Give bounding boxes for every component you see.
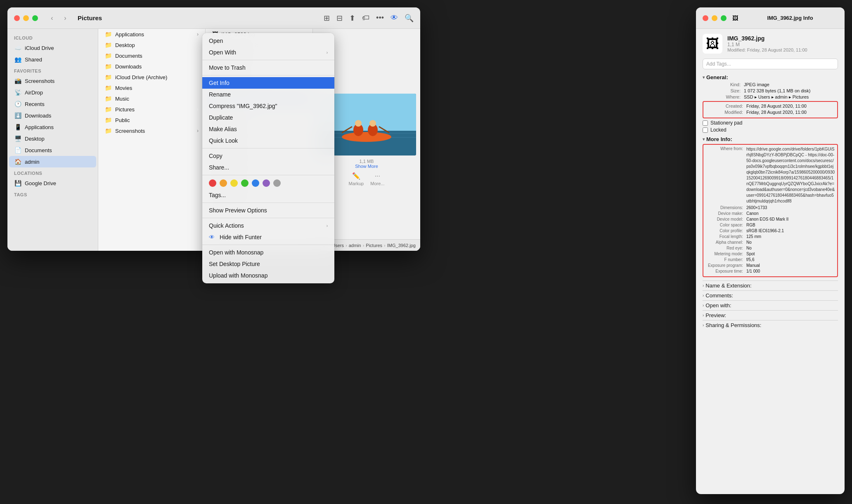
share-icon[interactable]: ⬆	[349, 14, 355, 23]
locked-checkbox[interactable]	[703, 127, 708, 133]
open-with-disclosure[interactable]: › Open with:	[703, 300, 838, 310]
more-icon[interactable]: •••	[376, 14, 384, 22]
markup-action[interactable]: ✏️ Markup	[349, 172, 364, 186]
menu-quick-actions[interactable]: Quick Actions ›	[202, 220, 334, 231]
menu-share[interactable]: Share...	[202, 162, 334, 173]
folder-icloud-archive[interactable]: 📁 iCloud Drive (Archive)	[100, 72, 204, 82]
maximize-button[interactable]	[32, 15, 38, 21]
tag-color-yellow[interactable]	[230, 179, 238, 187]
sidebar-item-google-drive[interactable]: 💾 Google Drive	[9, 177, 96, 189]
more-info-section-header[interactable]: ▾ More Info:	[703, 136, 838, 142]
comments-disclosure[interactable]: › Comments:	[703, 290, 838, 300]
alpha-channel-row: Alpha channel: No	[705, 240, 835, 245]
name-extension-disclosure[interactable]: › Name & Extension:	[703, 280, 838, 290]
info-minimize-button[interactable]	[712, 15, 717, 21]
close-button[interactable]	[14, 15, 20, 21]
sidebar-item-documents[interactable]: 📄 Documents	[9, 144, 96, 156]
menu-make-alias[interactable]: Make Alias	[202, 123, 334, 135]
sharing-disclosure[interactable]: › Sharing & Permissions:	[703, 320, 838, 330]
folder-downloads[interactable]: 📁 Downloads	[100, 61, 204, 72]
menu-open-with[interactable]: Open With ›	[202, 47, 334, 58]
tag-color-green[interactable]	[241, 179, 248, 187]
sidebar-item-desktop[interactable]: 🖥️ Desktop	[9, 133, 96, 144]
dimensions-value: 2600×1733	[746, 205, 835, 210]
folder-applications[interactable]: 📁 Applications ›	[100, 29, 204, 40]
tag-icon[interactable]: 🏷	[362, 14, 369, 22]
folder-music[interactable]: 📁 Music	[100, 93, 204, 104]
name-ext-arrow: ›	[703, 283, 704, 288]
tag-color-red[interactable]	[209, 179, 216, 187]
folder-public[interactable]: 📁 Public	[100, 115, 204, 125]
red-eye-label: Red eye:	[705, 246, 746, 250]
menu-hide-funter[interactable]: 👁 Hide with Funter	[202, 231, 334, 243]
menu-duplicate[interactable]: Duplicate	[202, 112, 334, 123]
sidebar-item-admin[interactable]: 🏠 admin	[9, 156, 96, 167]
tag-color-orange[interactable]	[220, 179, 227, 187]
sidebar-item-shared[interactable]: 👥 Shared	[9, 54, 96, 65]
menu-get-info[interactable]: Get Info	[202, 77, 334, 89]
minimize-button[interactable]	[23, 15, 29, 21]
tag-color-purple[interactable]	[263, 179, 270, 187]
folder-documents[interactable]: 📁 Documents	[100, 50, 204, 61]
recents-icon: 🕐	[14, 100, 21, 108]
folder-icon: 📁	[105, 63, 112, 70]
view-options-icon[interactable]: ⊞	[324, 14, 330, 23]
menu-sep5	[202, 203, 334, 203]
funter-icon: 👁	[209, 234, 215, 240]
sidebar-airdrop-label: AirDrop	[25, 89, 43, 96]
folder-pictures[interactable]: 📁 Pictures ›	[100, 104, 204, 115]
folder-desktop[interactable]: 📁 Desktop	[100, 40, 204, 50]
more-action[interactable]: ··· More...	[370, 172, 384, 186]
menu-move-trash[interactable]: Move to Trash	[202, 62, 334, 73]
menu-copy[interactable]: Copy	[202, 150, 334, 162]
menu-open[interactable]: Open	[202, 35, 334, 47]
folder-screenshots[interactable]: 📁 Screenshots ›	[100, 125, 204, 136]
stationery-pad-checkbox[interactable]	[703, 120, 708, 126]
breadcrumb-sep3: ›	[363, 243, 364, 248]
more-info-header-label: More Info:	[706, 136, 732, 142]
folder-icon: 📁	[105, 42, 112, 48]
folder-name: Documents	[115, 53, 142, 59]
preview-icon[interactable]: 👁	[390, 14, 398, 22]
menu-tags[interactable]: Tags...	[202, 189, 334, 201]
breadcrumb-admin[interactable]: admin	[349, 243, 361, 248]
back-button[interactable]: ‹	[46, 12, 58, 24]
menu-set-desktop[interactable]: Set Desktop Picture	[202, 258, 334, 270]
add-tags-field[interactable]: Add Tags...	[703, 59, 838, 69]
preview-disclosure[interactable]: › Preview:	[703, 310, 838, 320]
info-maximize-button[interactable]	[721, 15, 727, 21]
menu-rename[interactable]: Rename	[202, 89, 334, 100]
menu-quick-look[interactable]: Quick Look	[202, 135, 334, 146]
exposure-time-label: Exposure time:	[705, 269, 746, 273]
sidebar-shared-label: Shared	[25, 57, 42, 63]
sidebar-item-icloud-drive[interactable]: ☁️ iCloud Drive	[9, 42, 96, 54]
sidebar-item-recents[interactable]: 🕐 Recents	[9, 98, 96, 110]
sidebar-screenshots-label: Screenshots	[25, 78, 54, 84]
info-created-row: Created: Friday, 28 August 2020, 11:00	[705, 104, 835, 108]
sidebar-item-airdrop[interactable]: 📡 AirDrop	[9, 87, 96, 98]
menu-move-trash-label: Move to Trash	[209, 64, 246, 71]
general-section-header[interactable]: ▾ General:	[703, 74, 838, 80]
sidebar-item-downloads[interactable]: ⬇️ Downloads	[9, 110, 96, 121]
folder-movies[interactable]: 📁 Movies	[100, 82, 204, 93]
breadcrumb-file[interactable]: IMG_3962.jpg	[387, 243, 416, 248]
metering-mode-row: Metering mode: Spot	[705, 252, 835, 256]
search-icon[interactable]: 🔍	[405, 14, 414, 23]
menu-compress[interactable]: Compress "IMG_3962.jpg"	[202, 100, 334, 112]
tag-color-gray[interactable]	[273, 179, 281, 187]
forward-button[interactable]: ›	[59, 12, 71, 24]
menu-open-monosnap[interactable]: Open with Monosnap	[202, 247, 334, 258]
menu-upload-monosnap[interactable]: Upload with Monosnap	[202, 270, 334, 281]
show-more-link[interactable]: Show More	[355, 164, 378, 169]
info-close-button[interactable]	[703, 15, 708, 21]
sidebar-item-screenshots[interactable]: 📸 Screenshots	[9, 75, 96, 87]
menu-show-preview-options[interactable]: Show Preview Options	[202, 205, 334, 216]
folder-name: iCloud Drive (Archive)	[115, 74, 167, 80]
group-icon[interactable]: ⊟	[336, 14, 343, 23]
tag-color-blue[interactable]	[252, 179, 259, 187]
breadcrumb-pictures[interactable]: Pictures	[366, 243, 382, 248]
menu-open-monosnap-label: Open with Monosnap	[209, 249, 263, 256]
sidebar-item-applications[interactable]: 📱 Applications	[9, 121, 96, 133]
f-number-row: F number: f/5,6	[705, 257, 835, 262]
menu-show-preview-label: Show Preview Options	[209, 207, 267, 214]
